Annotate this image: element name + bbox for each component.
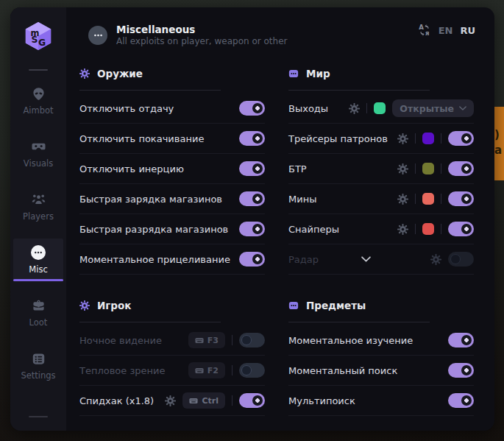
setting-row-mines: Мины bbox=[288, 184, 474, 214]
dots-square-icon bbox=[288, 300, 299, 311]
keyboard-icon bbox=[195, 337, 204, 344]
setting-row-exits: Выходы Открытые bbox=[288, 94, 474, 124]
section-title: Предметы bbox=[306, 300, 366, 311]
keybind-badge[interactable]: Ctrl bbox=[182, 392, 225, 409]
control-divider bbox=[415, 133, 416, 144]
page-title: Miscellaneous bbox=[116, 24, 287, 36]
keybind-badge[interactable]: F3 bbox=[188, 332, 225, 348]
toggle-switch[interactable] bbox=[448, 222, 474, 236]
dots-square-icon bbox=[288, 68, 299, 79]
toggle-switch[interactable] bbox=[239, 252, 265, 267]
color-swatch[interactable] bbox=[374, 102, 386, 114]
section-title: Игрок bbox=[97, 300, 131, 311]
toggle-switch[interactable] bbox=[448, 191, 474, 206]
toggle-switch[interactable] bbox=[239, 101, 265, 116]
color-swatch[interactable] bbox=[422, 163, 434, 174]
sidebar-item-aimbot[interactable]: Aimbot bbox=[13, 80, 63, 122]
banner-fragment: a bbox=[494, 143, 504, 158]
row-settings-gear-icon[interactable] bbox=[397, 194, 408, 205]
page-title-group: Miscellaneous All exploits on player, we… bbox=[88, 24, 287, 47]
briefcase-icon bbox=[32, 299, 46, 313]
background-game-banner: ) a bbox=[494, 107, 504, 180]
toggle-switch[interactable] bbox=[448, 131, 474, 146]
setting-row-instant-aim: Моментальное прицеливание bbox=[79, 244, 265, 275]
section-world: Мир Выходы Открытые bbox=[288, 66, 474, 275]
section-world-header: Мир bbox=[288, 66, 474, 81]
exits-dropdown[interactable]: Открытые bbox=[392, 99, 474, 117]
cheat-window: Aimbot Visuals Players Misc Loot Setting… bbox=[10, 7, 494, 431]
header: Miscellaneous All exploits on player, we… bbox=[66, 7, 494, 47]
gear-icon bbox=[79, 68, 90, 79]
keyboard-icon bbox=[189, 398, 198, 404]
sidebar-item-visuals[interactable]: Visuals bbox=[13, 133, 63, 175]
setting-row-no-recoil: Отключить отдачу bbox=[79, 94, 265, 124]
row-settings-gear-icon[interactable] bbox=[349, 103, 360, 114]
row-settings-gear-icon[interactable] bbox=[397, 163, 408, 174]
row-settings-gear-icon[interactable] bbox=[397, 133, 408, 144]
sidebar-item-label: Visuals bbox=[24, 158, 53, 169]
language-en-button[interactable]: EN bbox=[439, 25, 453, 36]
control-divider bbox=[441, 224, 441, 234]
setting-row-fast-unload: Быстрая разрядка магазинов bbox=[79, 214, 265, 244]
sidebar-item-players[interactable]: Players bbox=[13, 186, 63, 228]
toggle-switch[interactable] bbox=[239, 393, 265, 408]
sidebar-divider bbox=[29, 69, 48, 71]
row-settings-gear-icon[interactable] bbox=[165, 395, 176, 406]
sidebar-item-label: Loot bbox=[29, 317, 48, 328]
sidebar-item-misc[interactable]: Misc bbox=[13, 239, 63, 281]
sidebar-item-settings[interactable]: Settings bbox=[13, 345, 63, 387]
sidebar-item-loot[interactable]: Loot bbox=[13, 292, 63, 334]
toggle-switch[interactable] bbox=[448, 363, 474, 378]
setting-row-no-inertia: Отключить инерцию bbox=[79, 154, 265, 184]
section-divider bbox=[79, 90, 221, 91]
control-divider bbox=[415, 163, 416, 174]
toggle-switch[interactable] bbox=[239, 222, 265, 236]
control-divider bbox=[232, 395, 233, 406]
toggle-switch[interactable] bbox=[239, 191, 265, 206]
section-divider bbox=[79, 322, 221, 322]
control-divider bbox=[441, 163, 441, 174]
section-title: Оружие bbox=[97, 68, 143, 80]
setting-row-instant-research: Моментальное изучение bbox=[288, 325, 474, 356]
list-icon bbox=[32, 352, 46, 366]
ellipsis-circle-icon bbox=[88, 26, 107, 45]
settings-columns: Оружие Отключить отдачу Отключить покачи… bbox=[66, 47, 494, 416]
people-group-icon bbox=[32, 193, 46, 207]
keybind-badge[interactable]: F2 bbox=[188, 362, 225, 378]
section-weapon-header: Оружие bbox=[79, 66, 265, 81]
chevron-down-icon bbox=[459, 106, 466, 110]
sidebar-item-label: Settings bbox=[21, 370, 55, 381]
control-divider bbox=[415, 194, 416, 204]
toggle-switch[interactable] bbox=[239, 131, 265, 146]
translate-icon bbox=[418, 24, 431, 37]
toggle-switch[interactable] bbox=[239, 333, 265, 347]
setting-row-btr: БТР bbox=[288, 154, 474, 184]
color-swatch[interactable] bbox=[422, 193, 434, 205]
toggle-switch[interactable] bbox=[448, 393, 474, 408]
setting-row-night-vision: Ночное видение F3 bbox=[79, 325, 265, 356]
toggle-switch[interactable] bbox=[239, 363, 265, 378]
expand-chevron-icon[interactable] bbox=[361, 256, 371, 262]
row-settings-gear-icon[interactable] bbox=[430, 254, 441, 265]
language-ru-button[interactable]: RU bbox=[460, 25, 475, 36]
sidebar-bottom-divider bbox=[29, 416, 48, 417]
setting-row-instant-search: Моментальный поиск bbox=[288, 356, 474, 386]
toggle-switch[interactable] bbox=[448, 333, 474, 347]
toggle-switch[interactable] bbox=[239, 161, 265, 176]
setting-row-snipers: Снайперы bbox=[288, 214, 474, 244]
color-swatch[interactable] bbox=[422, 133, 434, 144]
section-items: Предметы Моментальное изучение Моменталь… bbox=[288, 298, 474, 416]
vr-goggles-icon bbox=[32, 140, 46, 154]
main-content: Miscellaneous All exploits on player, we… bbox=[66, 7, 494, 431]
setting-row-speedhack: Спидхак (x1.8) Ctrl bbox=[79, 386, 265, 416]
toggle-switch[interactable] bbox=[448, 252, 474, 267]
alien-icon bbox=[32, 87, 46, 101]
toggle-switch[interactable] bbox=[448, 161, 474, 176]
setting-row-radar: Радар bbox=[288, 244, 474, 275]
section-player-header: Игрок bbox=[79, 298, 265, 313]
brand-logo-icon bbox=[23, 21, 54, 52]
setting-row-no-sway: Отключить покачивание bbox=[79, 124, 265, 154]
control-divider bbox=[441, 194, 441, 204]
row-settings-gear-icon[interactable] bbox=[397, 224, 408, 235]
color-swatch[interactable] bbox=[422, 223, 434, 235]
